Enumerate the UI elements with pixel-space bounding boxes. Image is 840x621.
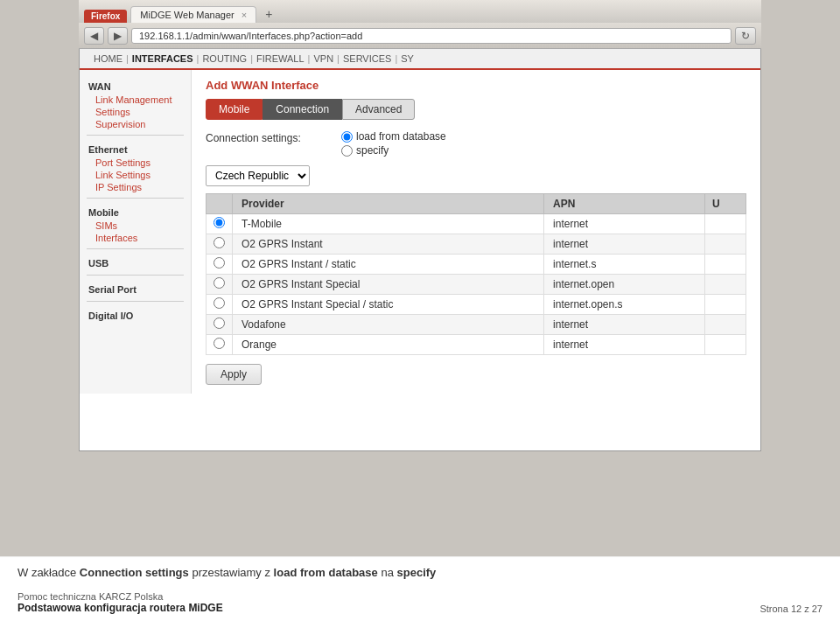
provider-radio-cell[interactable] [206,335,233,355]
provider-name: Vodafone [233,315,544,335]
sidebar-title-digital: Digital I/O [80,306,191,323]
tab-connection[interactable]: Connection [262,99,342,120]
bottom-area: W zakładce Connection settings przestawi… [0,556,840,621]
nav-firewall[interactable]: FIREWALL [256,53,304,64]
provider-radio-input[interactable] [214,338,225,349]
table-row: T-Mobileinternet [206,214,746,234]
sidebar-title-mobile: Mobile [80,203,191,220]
nav-sy[interactable]: SY [401,53,414,64]
nav-interfaces[interactable]: INTERFACES [132,53,193,64]
provider-radio-input[interactable] [214,297,225,309]
footer-page-info: Strona 12 z 27 [760,604,822,614]
sidebar-link-management[interactable]: Link Management [80,94,191,106]
radio-load-input[interactable] [341,131,353,143]
footer-row: Pomoc techniczna KARCZ Polska Podstawowa… [18,591,822,614]
sidebar-title-wan: WAN [80,77,191,94]
provider-apn: internet.s [544,255,705,275]
nav-sep-1: | [126,53,129,64]
instruction-prefix: W zakładce [18,566,76,579]
radio-specify[interactable]: specify [341,144,446,157]
refresh-button[interactable]: ↻ [735,27,756,45]
table-row: O2 GPRS Instant Special / staticinternet… [206,295,746,315]
sidebar-divider-2 [87,198,184,199]
country-select[interactable]: Czech Republic Germany Austria Slovakia … [206,165,310,186]
provider-radio-cell[interactable] [206,234,233,255]
nav-services[interactable]: SERVICES [343,53,391,64]
table-row: Orangeinternet [206,335,746,355]
col-radio [206,194,233,214]
footer-left: Pomoc techniczna KARCZ Polska Podstawowa… [18,591,223,614]
back-button[interactable]: ◀ [84,27,104,45]
connection-settings-row: Connection settings: load from database … [206,130,746,157]
tab-close-icon[interactable]: × [242,10,247,20]
provider-u [704,275,746,295]
provider-apn: internet.open.s [544,295,705,315]
instruction-text: W zakładce Connection settings przestawi… [18,566,822,579]
provider-radio-cell[interactable] [206,214,233,234]
provider-radio-input[interactable] [214,257,225,269]
sidebar-divider-3 [87,248,184,249]
provider-apn: internet.open [544,275,705,295]
sidebar-link-settings-wan[interactable]: Settings [80,106,191,118]
sidebar-divider-1 [87,135,184,136]
nav-sep-2: | [197,53,200,64]
sidebar-section-mobile: Mobile SIMs Interfaces [80,203,191,244]
nav-vpn[interactable]: VPN [313,53,333,64]
provider-name: Orange [233,335,544,355]
new-tab-button[interactable]: + [260,5,277,23]
tab-advanced[interactable]: Advanced [342,99,415,120]
instruction-bold1: Connection settings [80,566,189,579]
provider-radio-cell[interactable] [206,315,233,335]
nav-sep-4: | [308,53,311,64]
page-title: Add WWAN Interface [206,79,746,92]
nav-home[interactable]: HOME [94,53,122,64]
provider-apn: internet [544,335,705,355]
firefox-menu[interactable]: Firefox [84,10,127,23]
sidebar-link-ip-settings[interactable]: IP Settings [80,181,191,193]
radio-load-label: load from database [356,130,446,143]
sidebar-link-link-settings[interactable]: Link Settings [80,169,191,181]
sidebar-divider-4 [87,275,184,276]
sidebar-link-sims[interactable]: SIMs [80,220,191,232]
instruction-bold2: load from database [274,566,378,579]
sidebar-section-digital: Digital I/O [80,306,191,323]
provider-apn: internet [544,234,705,255]
tab-mobile[interactable]: Mobile [206,99,262,120]
provider-radio-cell[interactable] [206,255,233,275]
col-apn: APN [544,194,705,214]
provider-radio-input[interactable] [214,237,225,248]
sidebar-section-wan: WAN Link Management Settings Supervision [80,77,191,130]
provider-apn: internet [544,214,705,234]
sidebar-section-serial: Serial Port [80,280,191,297]
provider-name: O2 GPRS Instant Special / static [233,295,544,315]
provider-radio-cell[interactable] [206,275,233,295]
country-row: Czech Republic Germany Austria Slovakia … [206,165,746,186]
provider-u [704,335,746,355]
sidebar-link-port-settings[interactable]: Port Settings [80,157,191,169]
sidebar-link-interfaces[interactable]: Interfaces [80,232,191,244]
nav-routing[interactable]: ROUTING [202,53,247,64]
provider-radio-input[interactable] [214,317,225,329]
radio-load-from-database[interactable]: load from database [341,130,446,143]
provider-name: O2 GPRS Instant Special [233,275,544,295]
provider-radio-input[interactable] [214,217,225,228]
provider-u [704,315,746,335]
sidebar-section-usb: USB [80,254,191,270]
sidebar-link-supervision[interactable]: Supervision [80,118,191,130]
browser-tab[interactable]: MiDGE Web Manager × [130,6,256,23]
forward-button[interactable]: ▶ [108,27,128,45]
provider-radio-input[interactable] [214,277,225,289]
connection-settings-options: load from database specify [341,130,446,157]
nav-sep-3: | [250,53,253,64]
radio-specify-input[interactable] [341,145,353,157]
nav-sep-5: | [337,53,340,64]
sidebar-section-ethernet: Ethernet Port Settings Link Settings IP … [80,140,191,193]
top-nav: HOME | INTERFACES | ROUTING | FIREWALL |… [80,49,760,70]
provider-radio-cell[interactable] [206,295,233,315]
tab-bar: Mobile Connection Advanced [206,99,746,120]
table-row: Vodafoneinternet [206,315,746,335]
main-content: Add WWAN Interface Mobile Connection Adv… [192,70,760,394]
provider-name: O2 GPRS Instant [233,234,544,255]
apply-button[interactable]: Apply [206,364,262,385]
address-bar[interactable] [131,28,732,44]
